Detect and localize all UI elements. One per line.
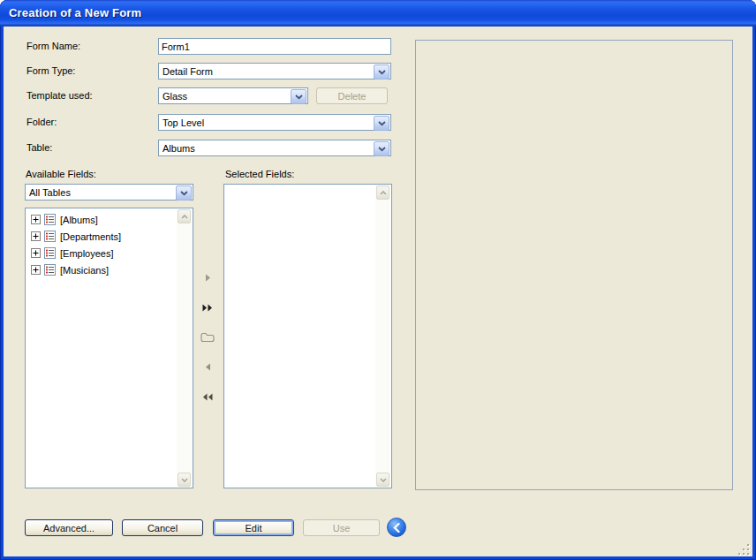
chevron-down-icon[interactable] [176,185,192,201]
resize-grip-icon[interactable] [738,544,751,556]
tree-item-label: [Departments] [60,231,121,242]
window-title: Creation of a New Form [9,6,141,19]
tree-item-list: [Albums] [Departments] [Employees] [Musi… [26,211,177,278]
tree-item-musicians[interactable]: [Musicians] [26,261,177,278]
delete-template-button: Delete [316,87,388,104]
advanced-button[interactable]: Advanced... [25,519,113,536]
expand-plus-icon[interactable] [31,248,41,258]
form-type-label: Form Type: [26,65,75,76]
expand-plus-icon[interactable] [31,231,41,241]
table-filter-select[interactable]: All Tables [25,184,193,201]
form-name-input[interactable] [158,38,391,55]
move-right-icon[interactable] [198,268,217,287]
scroll-down-icon[interactable] [178,473,191,487]
collapse-back-button[interactable] [387,518,406,537]
table-icon [44,264,56,276]
chevron-down-icon[interactable] [374,116,389,131]
chevron-down-icon[interactable] [291,89,306,104]
selected-fields-list[interactable] [223,184,392,488]
cancel-button[interactable]: Cancel [122,519,203,536]
scroll-up-icon[interactable] [178,209,191,223]
move-all-left-icon[interactable] [198,387,217,406]
edit-button[interactable]: Edit [213,519,294,536]
scroll-down-icon[interactable] [376,473,389,487]
form-type-value: Detail Form [163,66,213,77]
tree-item-label: [Albums] [60,215,98,225]
form-type-select[interactable]: Detail Form [158,63,391,79]
form-name-label: Form Name: [26,41,80,51]
titlebar[interactable]: Creation of a New Form [0,0,756,26]
template-value: Glass [163,91,187,102]
folder-value: Top Level [163,117,204,128]
tree-item-label: [Musicians] [60,265,109,276]
tree-item-departments[interactable]: [Departments] [26,228,177,245]
expand-plus-icon[interactable] [31,265,41,275]
dialog-window: Creation of a New Form Form Name: Form T… [0,0,756,560]
table-filter-value: All Tables [29,187,71,198]
template-select[interactable]: Glass [158,87,308,104]
use-button: Use [303,519,380,536]
table-icon [44,214,56,225]
table-select[interactable]: Albums [158,140,391,156]
new-folder-icon[interactable] [198,328,217,347]
scroll-up-icon[interactable] [376,185,389,200]
folder-label: Folder: [26,117,57,127]
template-used-label: Template used: [26,90,93,101]
table-value: Albums [163,143,195,154]
expand-plus-icon[interactable] [31,215,41,224]
tree-item-albums[interactable]: [Albums] [26,211,177,228]
chevron-down-icon[interactable] [374,64,389,79]
chevron-down-icon[interactable] [374,141,389,156]
table-icon [44,231,56,242]
vertical-scrollbar[interactable] [375,185,390,487]
move-all-right-icon[interactable] [198,298,217,317]
available-fields-tree[interactable]: [Albums] [Departments] [Employees] [Musi… [25,208,193,488]
table-icon [44,247,56,259]
available-fields-label: Available Fields: [26,169,96,179]
chevron-left-icon [393,523,400,533]
move-left-icon[interactable] [198,357,217,376]
selected-fields-label: Selected Fields: [225,169,294,179]
form-preview-panel [415,40,733,490]
dialog-content: Form Name: Form Type: Detail Form Templa… [4,26,752,556]
tree-item-employees[interactable]: [Employees] [26,245,177,261]
vertical-scrollbar[interactable] [177,209,192,487]
table-label: Table: [26,142,52,153]
folder-select[interactable]: Top Level [158,114,391,131]
tree-item-label: [Employees] [60,248,114,259]
